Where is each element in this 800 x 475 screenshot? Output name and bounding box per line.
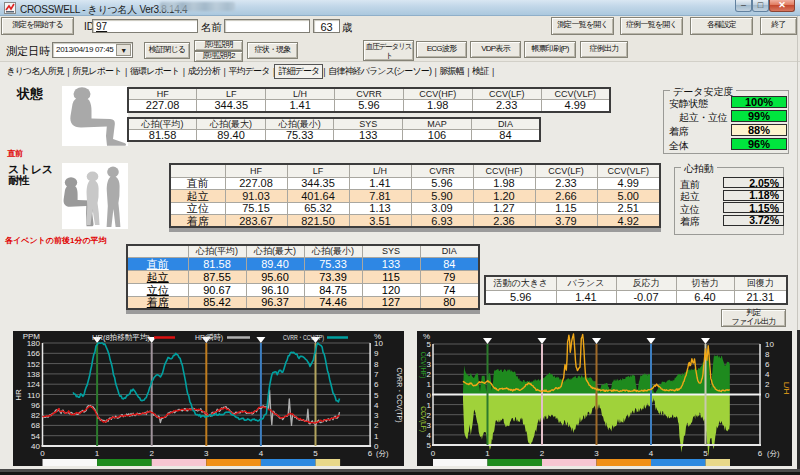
title-bar: CROSSWELL - きりつ名人 Ver3.8.14.4 – □ ✕ xyxy=(0,0,800,16)
col-header: CCV(LF) xyxy=(535,164,597,177)
window-right-edge-line xyxy=(797,16,798,330)
tab-0[interactable]: きりつ名人所見 xyxy=(3,65,67,78)
row-label[interactable]: 立位 xyxy=(127,283,188,296)
col-header: 反応力 xyxy=(616,276,676,290)
cell-value: 821.50 xyxy=(287,215,349,228)
tab-6[interactable]: 自律神経バランス(シーソー) xyxy=(325,65,435,78)
svg-text:4: 4 xyxy=(374,401,379,410)
open-case-list-button[interactable]: 症例一覧を開く xyxy=(620,17,683,35)
cell-value: 84 xyxy=(420,257,479,270)
svg-text:CCV(HF): CCV(HF) xyxy=(419,352,427,379)
cell-value: 227.08 xyxy=(225,177,287,190)
seated-person-iconbox xyxy=(62,86,128,146)
tab-1[interactable]: 所見レポート xyxy=(69,65,125,78)
activity-table: 活動の大きさバランス反応力切替力回復力5.961.41-0.076.4021.3… xyxy=(484,275,788,305)
col-header: L/H xyxy=(266,88,335,100)
row-label[interactable]: 着席 xyxy=(127,296,188,309)
minimize-button[interactable]: – xyxy=(735,0,752,12)
tab-2[interactable]: 循環レポート xyxy=(126,65,182,78)
tab-3[interactable]: 成分分析 xyxy=(184,65,223,78)
col-header xyxy=(127,245,188,257)
cell-value: 1.41 xyxy=(349,177,411,190)
cell-value: 1.98 xyxy=(403,100,472,112)
tab-5[interactable]: 詳細データ xyxy=(274,64,323,79)
tab-separator: | xyxy=(492,67,493,77)
state-table-hr: 心拍(平均)心拍(最大)心拍(最小)SYSMAPDIA81.5889.4075.… xyxy=(127,117,541,142)
cell-value: 3.09 xyxy=(411,202,473,215)
heartbeat-row-label: 着席 xyxy=(680,215,699,229)
cell-value: 85.42 xyxy=(188,296,246,309)
print-button[interactable]: 帳票印刷(P) xyxy=(524,41,576,58)
cell-value: 7.81 xyxy=(349,190,411,203)
cell-value: 344.35 xyxy=(287,177,349,190)
maximize-button[interactable]: □ xyxy=(752,0,769,12)
row-label: 直前 xyxy=(170,177,225,190)
tab-7[interactable]: 脈振幅 xyxy=(436,65,467,78)
svg-text:2: 2 xyxy=(540,449,545,458)
cell-value: 91.03 xyxy=(225,190,287,203)
svg-text:%: % xyxy=(423,332,430,341)
svg-text:4: 4 xyxy=(427,431,432,440)
cell-value: 1.98 xyxy=(473,177,535,190)
age-suffix-label: 歳 xyxy=(342,21,353,35)
tab-8[interactable]: 検証 xyxy=(469,65,492,78)
vdp-button[interactable]: VDP表示 xyxy=(470,41,521,58)
cell-value: 95.60 xyxy=(246,270,304,283)
principle2-button[interactable]: 原理説明2 xyxy=(194,51,243,62)
svg-text:1: 1 xyxy=(485,449,490,458)
cell-value: 21.31 xyxy=(734,290,787,304)
name-input[interactable] xyxy=(224,19,310,33)
row-label[interactable]: 起立 xyxy=(127,270,188,283)
cell-value: 84.75 xyxy=(304,283,362,296)
svg-text:3: 3 xyxy=(374,411,379,420)
age-input[interactable]: 63 xyxy=(313,19,340,33)
row-label: 着席 xyxy=(170,215,225,228)
cell-value: 2.33 xyxy=(472,100,541,112)
toolbar-top: 測定を開始する ID 97 名前 63 歳 測定一覧を開く 症例一覧を開く 各種… xyxy=(0,16,800,39)
exit-button[interactable]: 終了 xyxy=(760,17,797,35)
svg-text:8: 8 xyxy=(765,350,770,359)
cell-value: 5.00 xyxy=(597,190,660,203)
judge-output-button[interactable]: 判定ファイル出力 xyxy=(721,309,786,327)
cell-value: 5.96 xyxy=(411,177,473,190)
cell-value: 4.99 xyxy=(597,177,660,190)
cell-value: 127 xyxy=(362,296,420,309)
col-header: MAP xyxy=(403,118,472,130)
principle1-button[interactable]: 原理説明 xyxy=(194,40,243,51)
col-header: CCV(HF) xyxy=(403,88,472,100)
id-input[interactable]: 97 xyxy=(92,19,198,33)
cell-value: 133 xyxy=(334,130,403,142)
symptoms-button[interactable]: 症状・現象 xyxy=(247,42,298,59)
cell-value: 5.90 xyxy=(411,190,473,203)
tab-4[interactable]: 平均データ xyxy=(225,65,273,78)
datetime-combo[interactable]: 2013/04/19 07:45 ▼ xyxy=(52,42,133,58)
svg-text:8: 8 xyxy=(374,360,379,369)
heartbeat-value: 3.72% xyxy=(723,215,784,226)
col-header: DIA xyxy=(420,245,479,257)
svg-text:54: 54 xyxy=(31,432,40,441)
start-measure-button[interactable]: 測定を開始する xyxy=(1,17,74,35)
row-label[interactable]: 直前 xyxy=(127,257,188,270)
settings-button[interactable]: 各種設定 xyxy=(690,17,753,35)
svg-text:5: 5 xyxy=(313,449,318,458)
svg-text:CVRR・CCV(TP): CVRR・CCV(TP) xyxy=(395,367,403,422)
case-output-button[interactable]: 症例出力 xyxy=(580,41,628,58)
col-header: SYS xyxy=(362,245,420,257)
cell-value: 74.46 xyxy=(304,296,362,309)
svg-text:152: 152 xyxy=(27,360,41,369)
combo-dropdown-icon[interactable]: ▼ xyxy=(116,44,131,56)
heartbeat-value: 1.15% xyxy=(723,202,784,213)
open-measure-list-button[interactable]: 測定一覧を開く xyxy=(551,17,614,35)
stress-note: 各イベントの前後1分の平均 xyxy=(5,235,107,246)
cell-value: 1.13 xyxy=(349,202,411,215)
bp-list-button[interactable]: 血圧データリスト xyxy=(363,40,414,61)
stability-groupbox: データ安定度 安静状態100%起立・立位99%着席88%全体96% xyxy=(663,90,789,154)
col-header: 心拍(最小) xyxy=(304,245,362,257)
ecg-button[interactable]: ECG波形 xyxy=(416,41,467,58)
close-button[interactable]: ✕ xyxy=(769,0,795,12)
cell-value: 89.40 xyxy=(246,257,304,270)
col-header: 心拍(平均) xyxy=(128,118,197,130)
close-verify-button[interactable]: 検証閉じる xyxy=(144,42,190,59)
col-header: DIA xyxy=(471,118,540,130)
cell-value: 115 xyxy=(362,270,420,283)
